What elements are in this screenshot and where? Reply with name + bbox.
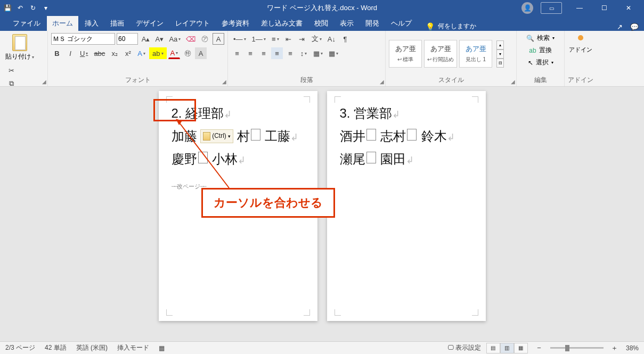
addin-icon[interactable] [578,35,583,40]
page-2[interactable]: 3. 営業部↲ 酒井 志村 鈴木↲ 瀬尾 園田↲ [327,91,486,321]
group-styles: あア亜 ↩ 標準 あア亜 ↩ 行間詰め あア亜 見出し 1 ▴ ▾ ⊟ スタイル… [386,31,517,86]
redo-icon[interactable]: ↻ [29,4,37,12]
styles-launcher[interactable]: ◢ [511,79,515,85]
style-sample: あア亜 [466,44,486,54]
maximize-button[interactable]: ☐ [592,0,616,16]
grow-font-button[interactable]: A▴ [140,33,152,45]
multilevel-button[interactable]: ≡ [270,33,281,45]
bullets-button[interactable]: •— [231,33,248,45]
align-distribute-button[interactable]: ≡ [284,47,296,59]
tab-help[interactable]: ヘルプ [386,16,417,31]
font-launcher[interactable]: ◢ [222,79,226,85]
comments-icon[interactable]: 💬 [630,23,639,31]
tab-review[interactable]: 校閲 [309,16,333,31]
display-settings-button[interactable]: 🖵 表示設定 [447,343,481,352]
styles-up[interactable]: ▴ [496,40,504,50]
align-left-button[interactable]: ≡ [231,47,243,59]
text-effects-button[interactable]: A [135,47,148,59]
view-read-button[interactable]: ▤ [486,343,500,353]
select-button[interactable]: ↖ 選択▾ [527,57,555,68]
account-avatar[interactable]: 👤 [521,2,533,14]
tab-home[interactable]: ホーム [47,16,78,31]
paragraph-launcher[interactable]: ◢ [380,79,384,85]
tab-references[interactable]: 参考資料 [216,16,255,31]
group-label: アドイン [568,75,593,86]
shrink-font-button[interactable]: A▾ [153,33,166,45]
char-shading-button[interactable]: A [195,47,207,59]
styles-more[interactable]: ⊟ [496,59,504,68]
strike-button[interactable]: abc [92,47,107,59]
find-button[interactable]: 🔍 検索▾ [525,33,556,43]
align-justify-button[interactable]: ≡ [271,47,283,59]
tab-design[interactable]: デザイン [131,16,169,31]
zoom-slider[interactable] [550,347,604,349]
zoom-out-button[interactable]: − [533,342,545,354]
highlight-button[interactable]: ab [149,47,166,59]
tab-draw[interactable]: 描画 [105,16,129,31]
align-center-button[interactable]: ≡ [244,47,256,59]
char-border-button[interactable]: A [213,33,224,45]
undo-icon[interactable]: ↶ [16,4,25,12]
sort-button[interactable]: A↓ [325,33,338,45]
zoom-level[interactable]: 38% [626,344,639,352]
shading-button[interactable]: ▦ [311,47,325,59]
style-sample: あア亜 [430,44,451,54]
underline-button[interactable]: U [78,47,90,59]
tab-mailings[interactable]: 差し込み文書 [256,16,308,31]
cut-button[interactable]: ✂ [5,64,17,76]
replace-button[interactable]: ab 置換 [528,45,552,55]
qat-customize-icon[interactable]: ▾ [42,4,50,12]
subscript-button[interactable]: x₂ [109,47,120,59]
clipboard-launcher[interactable]: ◢ [42,79,46,85]
document-area[interactable]: 2. 経理部↲ 加藤 (Ctrl) ▾ 村 工藤↲ 慶野 小林↲ ┄┄改ページ┄… [0,87,644,341]
tab-file[interactable]: ファイル [7,16,46,31]
status-page[interactable]: 2/3 ページ [5,343,35,352]
numbering-button[interactable]: 1— [250,33,268,45]
close-button[interactable]: ✕ [616,0,641,16]
italic-button[interactable]: I [64,47,76,59]
show-marks-button[interactable]: ¶ [339,33,351,45]
ribbon-display-options-icon[interactable]: ▭ [541,2,562,14]
style-nospacing[interactable]: あア亜 ↩ 行間詰め [424,40,457,68]
group-label: 編集 [520,75,561,86]
annotation-cursor-box [153,99,196,121]
change-case-button[interactable]: Aa [167,33,183,45]
tab-view[interactable]: 表示 [335,16,359,31]
phonetic-guide-button[interactable]: ㋐ [199,33,211,45]
bold-button[interactable]: B [51,47,63,59]
style-heading1[interactable]: あア亜 見出し 1 [459,40,492,68]
tell-me-search[interactable]: 💡 何をしますか [426,22,476,31]
tab-insert[interactable]: 挿入 [79,16,104,31]
status-insert-mode[interactable]: 挿入モード [117,343,149,352]
text-direction-button[interactable]: 文 [309,33,324,45]
borders-button[interactable]: ▦ [327,47,340,59]
status-bar: 2/3 ページ 42 単語 英語 (米国) 挿入モード ▦ 🖵 表示設定 ▤ ▥… [0,341,644,354]
status-macro-icon[interactable]: ▦ [159,344,165,352]
clear-format-button[interactable]: ⌫ [184,33,198,45]
minimize-button[interactable]: — [567,0,592,16]
view-print-button[interactable]: ▥ [500,343,514,353]
superscript-button[interactable]: x² [122,47,134,59]
increase-indent-button[interactable]: ⇥ [296,33,308,45]
style-normal[interactable]: あア亜 ↩ 標準 [389,40,422,68]
tab-layout[interactable]: レイアウト [170,16,215,31]
view-web-button[interactable]: ▦ [514,343,528,353]
styles-down[interactable]: ▾ [496,50,504,59]
addin-label[interactable]: アドイン [569,46,592,54]
status-words[interactable]: 42 単語 [45,343,67,352]
tab-developer[interactable]: 開発 [360,16,385,31]
align-right-button[interactable]: ≡ [258,47,270,59]
font-name-select[interactable] [51,33,115,45]
save-icon[interactable]: 💾 [3,4,12,12]
status-language[interactable]: 英語 (米国) [76,343,108,352]
document-title: ワード ページ入れ替え.docx - Word [267,3,377,13]
line-spacing-button[interactable]: ↕ [298,47,309,59]
replace-icon: ab [529,47,536,54]
zoom-in-button[interactable]: ＋ [609,342,621,354]
font-color-button[interactable]: A [168,47,181,59]
enclose-char-button[interactable]: ㊕ [182,47,193,59]
decrease-indent-button[interactable]: ⇤ [283,33,295,45]
paste-button[interactable]: 貼り付け [3,33,36,62]
share-icon[interactable]: ↗ [617,23,623,31]
font-size-select[interactable] [117,33,138,45]
